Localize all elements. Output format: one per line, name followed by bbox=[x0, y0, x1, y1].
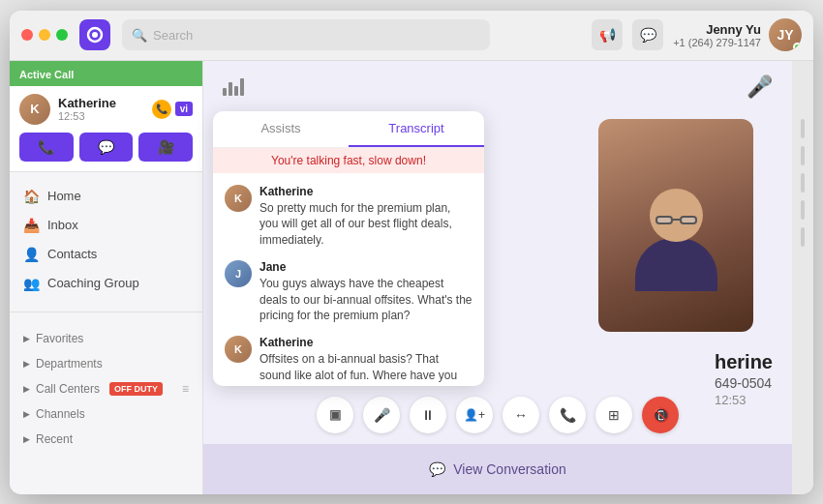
sidebar-item-coaching-group[interactable]: 👥 Coaching Group bbox=[10, 269, 202, 298]
call-centers-arrow: ▶ bbox=[23, 384, 30, 394]
user-text: Jenny Yu +1 (264) 279-1147 bbox=[673, 22, 761, 48]
center-panel: 🎤 Assists Transcript You're talking fast… bbox=[203, 61, 792, 494]
traffic-lights bbox=[21, 29, 68, 41]
keypad-button[interactable]: ⊞ bbox=[595, 397, 632, 433]
bar-chart-icon bbox=[223, 76, 244, 96]
favorites-arrow: ▶ bbox=[23, 334, 30, 343]
contact-name: herine bbox=[715, 351, 773, 373]
label-button[interactable]: ▣ bbox=[317, 397, 353, 433]
mic-large-icon[interactable]: 🎤 bbox=[747, 74, 773, 100]
call-centers-menu-icon[interactable]: ≡ bbox=[182, 382, 189, 396]
main-content: Active Call K Katherine 12:53 📞 vi 📞 💬 bbox=[10, 61, 813, 494]
sidebar-item-inbox[interactable]: 📥 Inbox bbox=[10, 211, 202, 240]
video-call-btn[interactable]: 🎥 bbox=[138, 133, 193, 162]
msg-name-1: Katherine bbox=[259, 185, 472, 198]
sidebar-item-home[interactable]: 🏠 Home bbox=[10, 182, 202, 211]
vi-badge: vi bbox=[175, 102, 193, 116]
search-bar[interactable]: 🔍 Search bbox=[122, 19, 490, 50]
maximize-button[interactable] bbox=[56, 29, 68, 41]
home-icon: 🏠 bbox=[23, 189, 40, 204]
active-call-info: K Katherine 12:53 📞 vi bbox=[10, 86, 202, 133]
hold-button[interactable]: ⏸ bbox=[410, 397, 446, 433]
search-placeholder: Search bbox=[153, 28, 193, 43]
favorites-collapsible[interactable]: ▶ Favorites bbox=[10, 326, 202, 351]
callback-button[interactable]: 📞 bbox=[549, 397, 586, 433]
title-bar-right: 📢 💬 Jenny Yu +1 (264) 279-1147 JY bbox=[592, 18, 802, 51]
list-item: J Jane You guys always have the cheapest… bbox=[225, 260, 472, 324]
caller-details: Katherine 12:53 bbox=[58, 96, 144, 122]
channels-collapsible[interactable]: ▶ Channels bbox=[10, 401, 202, 427]
msg-text-1: So pretty much for the premium plan, you… bbox=[259, 200, 472, 249]
user-info: Jenny Yu +1 (264) 279-1147 JY bbox=[673, 18, 802, 51]
sidebar-handle-1 bbox=[801, 119, 805, 138]
center-top: 🎤 bbox=[203, 61, 792, 111]
phone-badge: 📞 bbox=[152, 100, 171, 119]
list-item: K Katherine Offsites on a bi-annual basi… bbox=[225, 336, 472, 385]
nav-section: 🏠 Home 📥 Inbox 👤 Contacts 👥 Coaching Gro… bbox=[10, 172, 202, 308]
messages-icon: 💬 bbox=[640, 27, 656, 43]
caller-name: Katherine bbox=[58, 96, 144, 110]
view-conversation-label: View Conversation bbox=[453, 461, 565, 477]
mute-button[interactable]: 🎤 bbox=[363, 397, 400, 433]
caller-time: 12:53 bbox=[58, 110, 144, 122]
keypad-icon: ⊞ bbox=[608, 407, 620, 423]
departments-arrow: ▶ bbox=[23, 359, 30, 369]
call-centers-collapsible[interactable]: ▶ Call Centers OFF DUTY ≡ bbox=[10, 376, 202, 401]
transcript-tabs: Assists Transcript bbox=[213, 111, 484, 148]
tab-assists[interactable]: Assists bbox=[213, 111, 349, 147]
user-phone: +1 (264) 279-1147 bbox=[673, 37, 761, 48]
caller-avatar: K bbox=[19, 94, 50, 125]
coaching-group-icon: 👥 bbox=[23, 276, 40, 291]
list-item: K Katherine So pretty much for the premi… bbox=[225, 185, 472, 249]
msg-name-2: Jane bbox=[259, 260, 472, 274]
sidebar-handle-3 bbox=[801, 173, 805, 193]
user-name: Jenny Yu bbox=[673, 22, 761, 37]
hangup-button[interactable]: 📵 bbox=[642, 397, 679, 433]
msg-avatar-katherine-1: K bbox=[225, 185, 252, 212]
sidebar-item-home-label: Home bbox=[47, 189, 81, 203]
off-duty-badge: OFF DUTY bbox=[109, 382, 163, 396]
view-conversation-bar[interactable]: 💬 View Conversation bbox=[203, 444, 792, 494]
close-button[interactable] bbox=[21, 29, 33, 41]
search-icon: 🔍 bbox=[132, 28, 147, 43]
sidebar-handle-2 bbox=[801, 146, 805, 165]
app-window: 🔍 Search 📢 💬 Jenny Yu +1 (264) 279-1147 … bbox=[10, 11, 813, 494]
call-photo-inner bbox=[598, 119, 753, 332]
label-icon: ▣ bbox=[329, 407, 341, 422]
add-person-button[interactable]: 👤+ bbox=[456, 397, 493, 433]
chat-call-btn[interactable]: 💬 bbox=[79, 133, 134, 162]
sidebar-handle-4 bbox=[801, 200, 805, 220]
transfer-button[interactable]: ↔ bbox=[503, 397, 539, 433]
add-person-icon: 👤+ bbox=[464, 408, 485, 422]
msg-content-3: Katherine Offsites on a bi-annual basis?… bbox=[259, 336, 472, 385]
recent-label: Recent bbox=[36, 432, 73, 446]
contact-time: 12:53 bbox=[715, 393, 773, 407]
app-logo bbox=[79, 19, 110, 50]
sidebar-item-contacts[interactable]: 👤 Contacts bbox=[10, 240, 202, 269]
call-centers-label: Call Centers bbox=[36, 382, 100, 396]
contact-phone: 649-0504 bbox=[715, 375, 773, 391]
msg-content-1: Katherine So pretty much for the premium… bbox=[259, 185, 472, 249]
active-call-header: Active Call bbox=[10, 61, 202, 86]
sidebar: Active Call K Katherine 12:53 📞 vi 📞 💬 bbox=[10, 61, 203, 494]
tab-transcript[interactable]: Transcript bbox=[349, 111, 484, 147]
bar2 bbox=[229, 82, 232, 96]
transcript-messages: K Katherine So pretty much for the premi… bbox=[213, 173, 484, 386]
favorites-label: Favorites bbox=[36, 332, 83, 345]
contact-name-partial: herine bbox=[715, 351, 773, 372]
sidebar-item-coaching-group-label: Coaching Group bbox=[47, 276, 139, 290]
channels-arrow: ▶ bbox=[23, 409, 30, 419]
minimize-button[interactable] bbox=[39, 29, 50, 41]
departments-collapsible[interactable]: ▶ Departments bbox=[10, 351, 202, 376]
transcript-panel: Assists Transcript You're talking fast, … bbox=[213, 111, 484, 386]
title-bar: 🔍 Search 📢 💬 Jenny Yu +1 (264) 279-1147 … bbox=[10, 11, 813, 61]
call-badges: 📞 vi bbox=[152, 100, 193, 119]
phone-call-btn[interactable]: 📞 bbox=[19, 133, 74, 162]
messages-icon-btn[interactable]: 💬 bbox=[632, 19, 663, 50]
msg-name-3: Katherine bbox=[259, 336, 472, 349]
broadcast-icon-btn[interactable]: 📢 bbox=[592, 19, 623, 50]
recent-collapsible[interactable]: ▶ Recent bbox=[10, 427, 202, 452]
callback-icon: 📞 bbox=[560, 407, 576, 423]
avatar[interactable]: JY bbox=[769, 18, 802, 51]
hangup-icon: 📵 bbox=[653, 407, 669, 423]
